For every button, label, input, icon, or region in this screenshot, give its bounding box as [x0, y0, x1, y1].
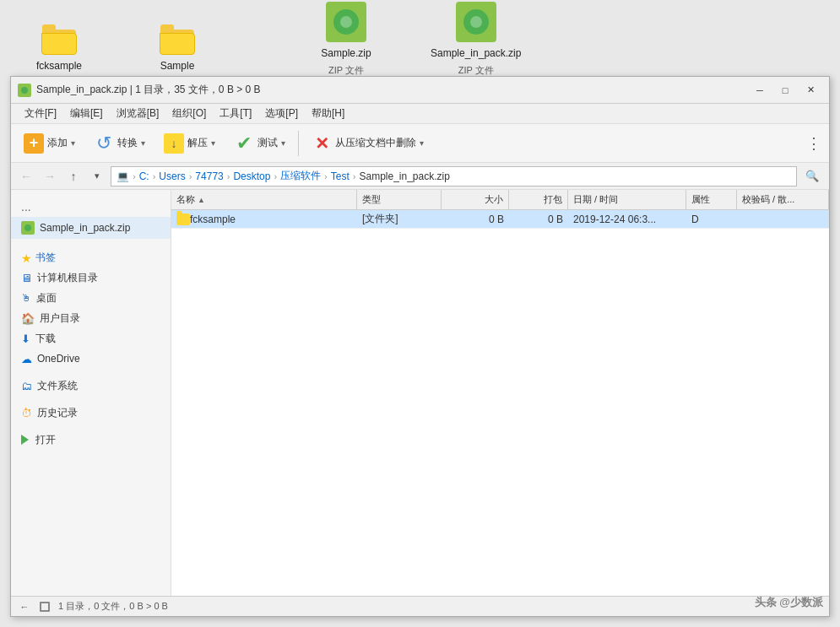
star-icon: ★ — [21, 251, 32, 265]
status-back-button[interactable]: ← — [18, 600, 31, 613]
desktop-item-sublabel1: ZIP 文件 — [328, 64, 364, 77]
desktop-icon: 🖱 — [21, 292, 31, 304]
sidebar-item-computer[interactable]: 🖥 计算机根目录 — [11, 268, 171, 288]
sidebar-item-desktop[interactable]: 🖱 桌面 — [11, 288, 171, 308]
col-header-name[interactable]: 名称 ▲ — [171, 190, 357, 209]
delete-dropdown-arrow: ▾ — [420, 138, 424, 148]
desktop-item-label: Sample_in_pack.zip — [431, 47, 521, 59]
test-button[interactable]: ✔ 测试 ▾ — [226, 128, 293, 159]
path-users[interactable]: Users — [159, 170, 185, 182]
lock-icon — [40, 602, 50, 612]
window-title: Sample_in_pack.zip | 1 目录，35 文件，0 B > 0 … — [36, 83, 748, 97]
add-icon: + — [24, 133, 44, 154]
up-button[interactable]: ↑ — [63, 166, 84, 186]
sidebar-zip-item[interactable]: Sample_in_pack.zip — [11, 217, 171, 239]
sidebar-bookmarks-header: ★ 书签 — [11, 246, 171, 268]
col-header-checksum[interactable]: 校验码 / 散... — [737, 190, 829, 209]
minimize-button[interactable]: ─ — [748, 81, 772, 100]
path-desktop[interactable]: Desktop — [233, 170, 270, 182]
menu-edit[interactable]: 编辑[E] — [63, 104, 110, 123]
sort-arrow: ▲ — [198, 196, 205, 204]
sidebar-ellipsis[interactable]: ... — [11, 197, 171, 217]
path-zip: Sample_in_pack.zip — [359, 170, 449, 182]
test-label: 测试 — [257, 136, 278, 150]
menu-browser[interactable]: 浏览器[B] — [110, 104, 166, 123]
desktop-item-label: Sample.zip — [321, 47, 371, 59]
extract-button[interactable]: ↓ 解压 ▾ — [156, 128, 223, 159]
close-button[interactable]: ✕ — [799, 81, 822, 100]
table-row[interactable]: fcksample [文件夹] 0 B 0 B 2019-12-24 06:3.… — [171, 210, 829, 229]
path-dropdown-button[interactable]: ▾ — [87, 166, 107, 186]
sidebar-item-open[interactable]: 打开 — [11, 430, 171, 450]
maximize-button[interactable]: □ — [773, 81, 797, 100]
sidebar-history-label: 历史记录 — [37, 406, 78, 420]
desktop-item-fcksample[interactable]: fcksample — [25, 21, 93, 72]
desktop-item-sample[interactable]: Sample — [144, 21, 211, 72]
file-cell-name: fcksample — [171, 210, 357, 228]
sidebar-filesystem-label: 文件系统 — [37, 379, 78, 393]
menu-bar: 文件[F] 编辑[E] 浏览器[B] 组织[O] 工具[T] 选项[P] 帮助[… — [11, 104, 829, 124]
add-dropdown-arrow: ▾ — [71, 138, 75, 148]
sidebar-item-history[interactable]: ⏱ 历史记录 — [11, 403, 171, 423]
menu-organize[interactable]: 组织[O] — [165, 104, 213, 123]
watermark: 头条 @少数派 — [755, 595, 823, 610]
menu-options[interactable]: 选项[P] — [258, 104, 305, 123]
sidebar-item-download[interactable]: ⬇ 下载 — [11, 328, 171, 349]
col-header-type[interactable]: 类型 — [357, 190, 442, 209]
computer-icon: 🖥 — [21, 272, 32, 284]
path-test[interactable]: Test — [331, 170, 350, 182]
file-cell-attr: D — [686, 210, 737, 228]
filesystem-icon: 🗂 — [21, 380, 32, 392]
desktop-item-label: fcksample — [36, 60, 82, 72]
file-cell-size: 0 B — [442, 210, 509, 228]
sidebar-zip-icon — [21, 221, 35, 235]
col-header-packed[interactable]: 打包 — [509, 190, 568, 209]
path-software[interactable]: 压缩软件 — [280, 169, 321, 183]
folder-icon — [157, 21, 198, 55]
sidebar-item-filesystem[interactable]: 🗂 文件系统 — [11, 376, 171, 396]
folder-small-icon — [176, 214, 190, 225]
sidebar-home-label: 用户目录 — [40, 311, 80, 326]
main-window: Sample_in_pack.zip | 1 目录，35 文件，0 B > 0 … — [10, 76, 830, 617]
convert-dropdown-arrow: ▾ — [141, 138, 145, 148]
forward-button[interactable]: → — [40, 166, 60, 186]
file-cell-checksum — [737, 210, 829, 228]
computer-icon: 💻 — [117, 170, 129, 182]
sidebar-item-home[interactable]: 🏠 用户目录 — [11, 308, 171, 328]
path-74773[interactable]: 74773 — [195, 170, 223, 182]
test-dropdown-arrow: ▾ — [281, 138, 285, 148]
sidebar-onedrive-label: OneDrive — [37, 353, 80, 365]
toolbar-more-button[interactable]: ⋮ — [804, 133, 824, 154]
menu-file[interactable]: 文件[F] — [18, 104, 63, 123]
col-header-size[interactable]: 大小 — [442, 190, 509, 209]
toolbar: + 添加 ▾ ↺ 转换 ▾ ↓ 解压 ▾ ✔ 测试 ▾ — [11, 124, 829, 163]
content-area: ... Sample_in_pack.zip ★ 书签 🖥 计算机根目录 🖱 桌… — [11, 190, 829, 596]
sidebar-item-onedrive[interactable]: ☁ OneDrive — [11, 349, 171, 369]
menu-tools[interactable]: 工具[T] — [213, 104, 258, 123]
back-button[interactable]: ← — [16, 166, 36, 186]
file-list: 名称 ▲ 类型 大小 打包 日期 / 时间 属性 — [171, 190, 829, 596]
address-bar: ← → ↑ ▾ 💻 › C: › Users › 74773 › Desktop… — [11, 163, 829, 190]
file-list-header: 名称 ▲ 类型 大小 打包 日期 / 时间 属性 — [171, 190, 829, 210]
test-icon: ✔ — [234, 133, 254, 154]
convert-button[interactable]: ↺ 转换 ▾ — [86, 128, 153, 159]
add-button[interactable]: + 添加 ▾ — [16, 128, 83, 159]
title-bar: Sample_in_pack.zip | 1 目录，35 文件，0 B > 0 … — [11, 77, 829, 104]
history-icon: ⏱ — [21, 407, 32, 419]
col-header-attr[interactable]: 属性 — [686, 190, 737, 209]
file-cell-type: [文件夹] — [357, 210, 442, 228]
extract-dropdown-arrow: ▾ — [211, 138, 215, 148]
status-text: 1 目录，0 文件，0 B > 0 B — [58, 600, 168, 613]
status-nav: ← — [18, 600, 31, 613]
menu-help[interactable]: 帮助[H] — [305, 104, 351, 123]
sidebar-download-label: 下载 — [35, 332, 56, 346]
delete-button[interactable]: ✕ 从压缩文档中删除 ▾ — [304, 128, 431, 159]
delete-label: 从压缩文档中删除 — [335, 136, 416, 150]
search-button[interactable]: 🔍 — [800, 166, 824, 186]
sidebar-bookmarks-label: 书签 — [35, 251, 56, 265]
sidebar-open-label: 打开 — [35, 433, 56, 447]
home-icon: 🏠 — [21, 312, 35, 325]
path-c[interactable]: C: — [139, 170, 149, 182]
col-header-date[interactable]: 日期 / 时间 — [568, 190, 686, 209]
desktop-item-sublabel1: ZIP 文件 — [458, 64, 494, 77]
